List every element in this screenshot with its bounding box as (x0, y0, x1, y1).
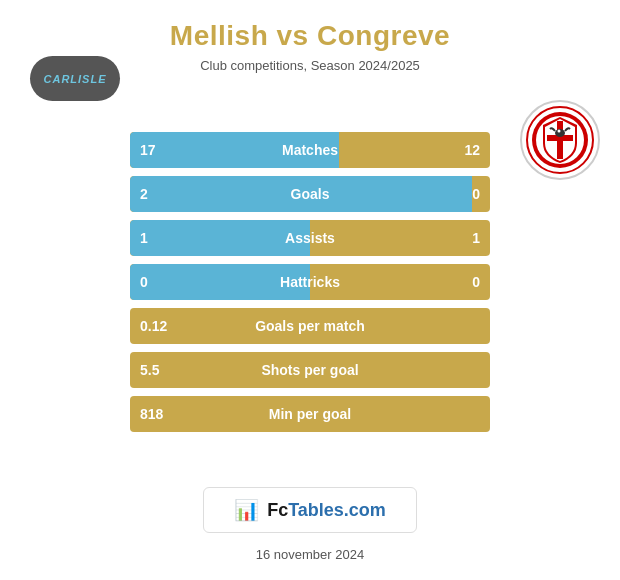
svg-point-6 (558, 130, 561, 133)
goals-bar: 2 Goals 0 (130, 176, 490, 212)
min-per-goal-bar: 818 Min per goal (130, 396, 490, 432)
shots-per-goal-label: Shots per goal (180, 362, 440, 378)
goals-right-val: 0 (440, 186, 490, 202)
assists-left-val: 1 (130, 230, 180, 246)
goals-per-match-label: Goals per match (180, 318, 440, 334)
goals-left-val: 2 (130, 186, 180, 202)
assists-bar: 1 Assists 1 (130, 220, 490, 256)
min-per-goal-val: 818 (130, 406, 180, 422)
fctables-text: FcTables.com (267, 500, 386, 521)
goals-per-match-val: 0.12 (130, 318, 180, 334)
hattricks-right-val: 0 (440, 274, 490, 290)
right-team-crest (525, 105, 595, 175)
left-team-name: CARLISLE (44, 73, 107, 85)
matches-right-val: 12 (440, 142, 490, 158)
page-subtitle: Club competitions, Season 2024/2025 (200, 58, 420, 73)
right-logo (520, 100, 600, 180)
fctables-icon: 📊 (234, 498, 259, 522)
matches-left-val: 17 (130, 142, 180, 158)
stats-area: CARLISLE (10, 95, 610, 469)
fctables-banner[interactable]: 📊 FcTables.com (203, 487, 417, 533)
goals-per-match-bar: 0.12 Goals per match (130, 308, 490, 344)
bars-container: 17 Matches 12 2 Goals 0 1 Assists 1 (130, 132, 490, 432)
hattricks-left-val: 0 (130, 274, 180, 290)
date-footer: 16 november 2024 (256, 547, 364, 562)
main-card: Mellish vs Congreve Club competitions, S… (0, 0, 620, 580)
goals-label: Goals (180, 186, 440, 202)
hattricks-label: Hattricks (180, 274, 440, 290)
min-per-goal-label: Min per goal (180, 406, 440, 422)
shots-per-goal-bar: 5.5 Shots per goal (130, 352, 490, 388)
hattricks-bar: 0 Hattricks 0 (130, 264, 490, 300)
shots-per-goal-val: 5.5 (130, 362, 180, 378)
matches-label: Matches (180, 142, 440, 158)
page-title: Mellish vs Congreve (170, 20, 450, 52)
matches-bar: 17 Matches 12 (130, 132, 490, 168)
assists-label: Assists (180, 230, 440, 246)
assists-right-val: 1 (440, 230, 490, 246)
